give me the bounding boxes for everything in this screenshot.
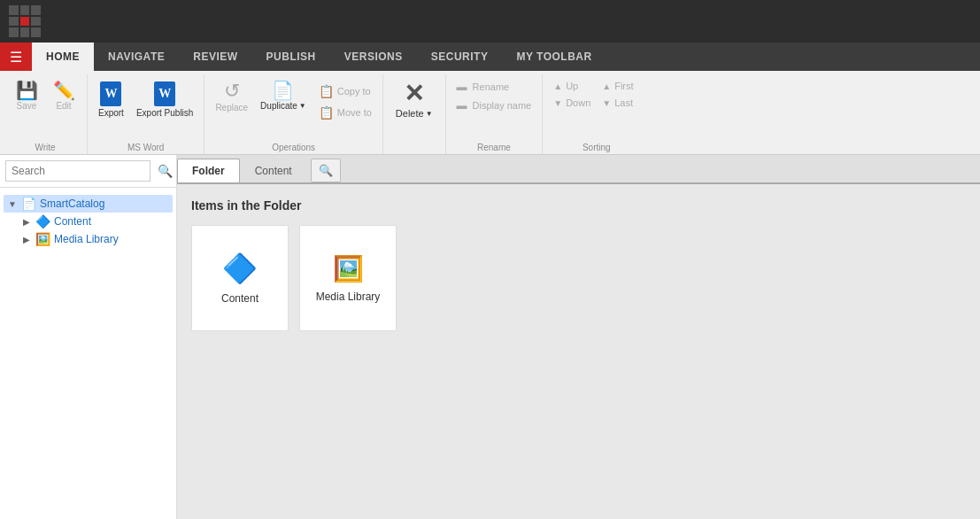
up-icon: ▲ bbox=[553, 81, 562, 91]
nav-tabs: ☰ HOME NAVIGATE REVIEW PUBLISH VERSIONS … bbox=[0, 43, 980, 71]
nav-tab-publish[interactable]: PUBLISH bbox=[252, 43, 330, 71]
tree-label-media-library: Media Library bbox=[54, 233, 119, 245]
delete-icon: ✕ bbox=[404, 81, 424, 106]
edit-button[interactable]: ✏️ Edit bbox=[46, 78, 81, 114]
ribbon-group-write: 💾 Save ✏️ Edit Write bbox=[4, 74, 88, 154]
nav-tab-mytoolbar[interactable]: MY TOOLBAR bbox=[502, 43, 606, 71]
content-search-button[interactable]: 🔍 bbox=[311, 159, 341, 182]
save-button[interactable]: 💾 Save bbox=[9, 78, 44, 114]
down-button[interactable]: ▼ Down bbox=[548, 95, 596, 111]
export-icon: W bbox=[100, 81, 121, 106]
edit-icon: ✏️ bbox=[53, 81, 75, 99]
tree-item-content[interactable]: ▶ 🔷 Content bbox=[18, 213, 173, 230]
nav-tab-home[interactable]: HOME bbox=[32, 43, 94, 71]
tree-label-smartcatalog: SmartCatalog bbox=[40, 198, 104, 210]
replace-button[interactable]: ↺ Replace bbox=[210, 78, 253, 116]
nav-tab-review[interactable]: REVIEW bbox=[179, 43, 251, 71]
nav-tab-versions[interactable]: VERSIONS bbox=[330, 43, 417, 71]
move-to-button[interactable]: 📋 Move to bbox=[313, 103, 377, 122]
display-name-button[interactable]: ▬ Display name bbox=[451, 97, 537, 114]
folder-title: Items in the Folder bbox=[191, 198, 966, 213]
tree-item-smartcatalog[interactable]: ▼ 📄 SmartCatalog bbox=[4, 195, 173, 213]
rename-button[interactable]: ▬ Rename bbox=[451, 78, 537, 96]
delete-button[interactable]: ✕ Delete ▼ bbox=[389, 78, 440, 122]
tree-toggle-smartcatalog[interactable]: ▼ bbox=[7, 199, 18, 209]
copy-to-icon: 📋 bbox=[319, 84, 334, 98]
duplicate-arrow: ▼ bbox=[299, 102, 306, 110]
tab-content[interactable]: Content bbox=[240, 159, 307, 182]
duplicate-button[interactable]: 📄 Duplicate ▼ bbox=[255, 78, 312, 114]
tree: ▼ 📄 SmartCatalog ▶ 🔷 Content ▶ 🖼️ Media … bbox=[0, 188, 176, 519]
replace-icon: ↺ bbox=[224, 81, 240, 101]
save-icon: 💾 bbox=[16, 81, 38, 99]
up-button[interactable]: ▲ Up bbox=[548, 78, 596, 94]
left-panel: 🔍 ▼ ▼ 📄 SmartCatalog ▶ 🔷 Content ▶ bbox=[0, 155, 177, 519]
main-layout: 🔍 ▼ ▼ 📄 SmartCatalog ▶ 🔷 Content ▶ bbox=[0, 155, 980, 519]
down-icon: ▼ bbox=[553, 98, 562, 108]
nav-tab-security[interactable]: SECURITY bbox=[417, 43, 503, 71]
tree-icon-smartcatalog: 📄 bbox=[21, 197, 36, 211]
hamburger-button[interactable]: ☰ bbox=[0, 43, 32, 71]
search-bar: 🔍 ▼ bbox=[0, 155, 176, 188]
item-card-content[interactable]: 🔷 Content bbox=[191, 225, 289, 331]
search-button[interactable]: 🔍 bbox=[154, 162, 176, 180]
export-button[interactable]: W Export bbox=[93, 78, 129, 121]
copy-to-button[interactable]: 📋 Copy to bbox=[313, 81, 377, 101]
items-grid: 🔷 Content 🖼️ Media Library bbox=[191, 225, 966, 331]
content-item-icon: 🔷 bbox=[222, 252, 258, 285]
tab-folder[interactable]: Folder bbox=[177, 159, 240, 182]
tree-icon-content: 🔷 bbox=[35, 214, 50, 229]
last-button[interactable]: ▼ Last bbox=[597, 95, 644, 111]
top-bar bbox=[0, 0, 980, 43]
item-card-media-library[interactable]: 🖼️ Media Library bbox=[299, 225, 397, 331]
ribbon-group-sorting: ▲ Up ▲ First ▼ Down ▼ Last Sorting bbox=[543, 74, 650, 154]
ribbon-group-msword: W Export W Export Publish MS Word bbox=[88, 74, 204, 154]
first-icon: ▲ bbox=[602, 81, 611, 91]
nav-tab-navigate[interactable]: NAVIGATE bbox=[94, 43, 179, 71]
ribbon-group-operations: ↺ Replace 📄 Duplicate ▼ 📋 Copy to 📋 Move… bbox=[204, 74, 382, 154]
app-logo[interactable] bbox=[9, 5, 41, 37]
tree-item-media-library[interactable]: ▶ 🖼️ Media Library bbox=[18, 230, 173, 248]
ribbon: 💾 Save ✏️ Edit Write W Export W Expor bbox=[0, 71, 980, 155]
tree-toggle-content[interactable]: ▶ bbox=[21, 217, 32, 227]
export-publish-button[interactable]: W Export Publish bbox=[131, 78, 198, 121]
ribbon-group-rename: ▬ Rename ▬ Display name Rename bbox=[446, 74, 544, 154]
search-input[interactable] bbox=[5, 160, 150, 182]
folder-content: Items in the Folder 🔷 Content 🖼️ Media L… bbox=[177, 184, 980, 519]
delete-label: Delete bbox=[396, 108, 424, 119]
content-item-label: Content bbox=[221, 292, 259, 305]
duplicate-icon: 📄 bbox=[272, 81, 294, 99]
media-library-item-icon: 🖼️ bbox=[333, 254, 364, 283]
delete-arrow: ▼ bbox=[426, 110, 433, 118]
tree-children-smartcatalog: ▶ 🔷 Content ▶ 🖼️ Media Library bbox=[18, 213, 173, 248]
tree-label-content: Content bbox=[54, 215, 91, 228]
tree-toggle-media-library[interactable]: ▶ bbox=[21, 235, 32, 244]
content-area: Folder Content 🔍 Items in the Folder 🔷 C… bbox=[177, 155, 980, 519]
move-to-icon: 📋 bbox=[319, 105, 334, 120]
rename-icon: ▬ bbox=[457, 81, 467, 93]
display-name-icon: ▬ bbox=[457, 99, 467, 112]
export-publish-icon: W bbox=[154, 81, 175, 106]
last-icon: ▼ bbox=[602, 98, 611, 108]
tree-icon-media-library: 🖼️ bbox=[35, 232, 50, 246]
first-button[interactable]: ▲ First bbox=[597, 78, 644, 94]
ribbon-group-delete: ✕ Delete ▼ bbox=[383, 74, 446, 154]
media-library-item-label: Media Library bbox=[316, 290, 381, 303]
content-tabs: Folder Content 🔍 bbox=[177, 155, 980, 184]
